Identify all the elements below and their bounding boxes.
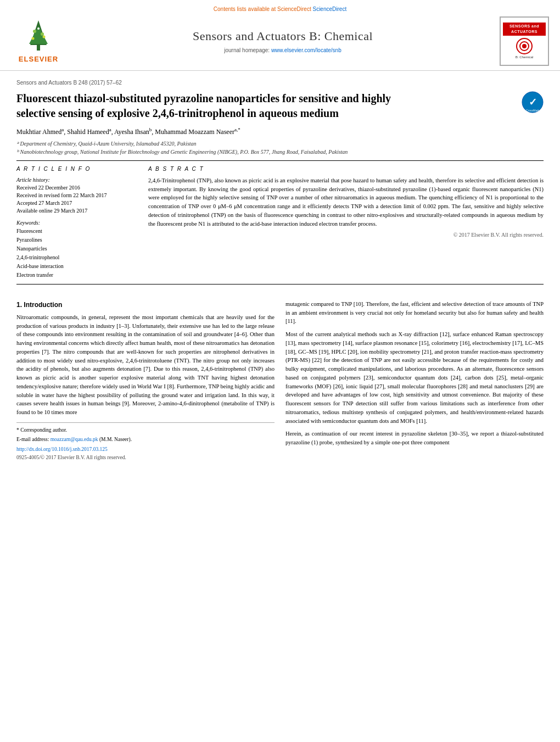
author-affiliations: ᵃ Department of Chemistry, Quaid-i-Azam … [16, 140, 544, 156]
article-info-abstract-row: A R T I C L E I N F O Article history: R… [16, 165, 544, 280]
page: Contents lists available at ScienceDirec… [0, 0, 560, 742]
sensors-logo-icon [518, 40, 531, 53]
body-col-right: mutagenic compared to TNP [10]. Therefor… [285, 300, 544, 461]
article-title-row: Fluorescent thiazol-substituted pyrazoli… [16, 91, 544, 126]
revised-date: Received in revised form 22 March 2017 [16, 192, 137, 199]
intro-para-4: Herein, as continuation of our recent in… [285, 429, 544, 447]
sensors-logo-circle [516, 38, 533, 54]
abstract-title: A B S T R A C T [148, 165, 544, 173]
abstract-copyright: © 2017 Elsevier B.V. All rights reserved… [148, 231, 544, 239]
corresponding-author-note: * Corresponding author. [16, 426, 275, 434]
svg-point-7 [37, 27, 40, 30]
keyword-3: Nanoparticles [16, 244, 137, 253]
elsevier-brand-text: ELSEVIER [19, 54, 58, 64]
elsevier-logo: ELSEVIER [11, 18, 66, 64]
journal-homepage: journal homepage: www.elsevier.com/locat… [77, 47, 489, 54]
keyword-6: Electron transfer [16, 271, 137, 280]
email-note: E-mail address: moazzam@qau.edu.pk (M.M.… [16, 436, 275, 443]
header-main: ELSEVIER Sensors and Actuators B: Chemic… [11, 16, 549, 66]
homepage-link[interactable]: www.elsevier.com/locate/snb [271, 47, 341, 53]
affiliation-b: ᵇ Nanobiotechnology group, National Inst… [16, 148, 544, 156]
keyword-2: Pyrazolines [16, 236, 137, 244]
keywords-list: Fluorescent Pyrazolines Nanoparticles 2,… [16, 227, 137, 280]
body-content: 1. Introduction Nitroaromatic compounds,… [0, 294, 560, 467]
svg-point-5 [32, 37, 35, 40]
email-person: (M.M. Naseer). [99, 437, 132, 442]
article-history-block: Article history: Received 22 December 20… [16, 176, 137, 215]
sensors-logo-subtext: B: Chemical [516, 55, 533, 60]
intro-para-2: mutagenic compared to TNP [10]. Therefor… [285, 300, 544, 326]
crossmark-icon: ✓ CrossMark [522, 91, 544, 113]
email-label: E-mail address: [16, 437, 49, 442]
divider-after-abstract [16, 284, 544, 284]
svg-point-3 [33, 30, 36, 33]
article-info-panel: A R T I C L E I N F O Article history: R… [16, 165, 137, 280]
history-label: Article history: [16, 176, 137, 184]
abstract-section: A B S T R A C T 2,4,6-Trinitrophenol (TN… [148, 165, 544, 280]
keyword-5: Acid-base interaction [16, 262, 137, 271]
journal-title: Sensors and Actuators B: Chemical [77, 28, 489, 45]
sensors-logo-title: SENSORS andACTUATORS [503, 23, 546, 36]
svg-text:CrossMark: CrossMark [526, 109, 540, 112]
keyword-4: 2,4,6-trinitrophenol [16, 253, 137, 262]
doi-line: http://dx.doi.org/10.1016/j.snb.2017.03.… [16, 445, 275, 453]
received-date: Received 22 December 2016 [16, 184, 137, 192]
journal-ref-line: Sensors and Actuators B 248 (2017) 57–62 [16, 79, 544, 87]
sciencedirect-text: Contents lists available at ScienceDirec… [214, 6, 311, 12]
email-link[interactable]: moazzam@qau.edu.pk [51, 437, 98, 442]
keywords-section: Keywords: Fluorescent Pyrazolines Nanopa… [16, 219, 137, 280]
accepted-date: Accepted 27 March 2017 [16, 199, 137, 207]
intro-para-3: Most of the current analytical methods s… [285, 330, 544, 425]
svg-point-6 [43, 36, 46, 38]
intro-section-title: 1. Introduction [16, 300, 275, 310]
intro-para-1: Nitroaromatic compounds, in general, rep… [16, 313, 275, 417]
elsevier-tree-icon [19, 18, 58, 53]
authors: Mukhtiar Ahmeda, Shahid Hameeda, Ayesha … [16, 126, 544, 137]
keywords-label: Keywords: [16, 219, 137, 227]
journal-header: Contents lists available at ScienceDirec… [0, 0, 560, 71]
divider-after-affiliations [16, 160, 544, 161]
available-date: Available online 29 March 2017 [16, 207, 137, 215]
svg-point-4 [41, 32, 44, 36]
article-section: Sensors and Actuators B 248 (2017) 57–62… [0, 71, 560, 294]
sensors-logo-box: SENSORS andACTUATORS B: Chemical [500, 16, 549, 66]
doi-link[interactable]: http://dx.doi.org/10.1016/j.snb.2017.03.… [16, 447, 108, 452]
article-title: Fluorescent thiazol-substituted pyrazoli… [16, 91, 417, 121]
issn-line: 0925-4005/© 2017 Elsevier B.V. All right… [16, 454, 275, 461]
svg-text:✓: ✓ [529, 97, 537, 108]
abstract-text: 2,4,6-Trinitrophenol (TNP), also known a… [148, 176, 544, 228]
body-two-col: 1. Introduction Nitroaromatic compounds,… [16, 300, 544, 461]
keyword-1: Fluorescent [16, 227, 137, 236]
journal-title-center: Sensors and Actuators B: Chemical journa… [66, 28, 500, 55]
header-top-bar: Contents lists available at ScienceDirec… [11, 5, 549, 13]
body-col-left: 1. Introduction Nitroaromatic compounds,… [16, 300, 275, 461]
sciencedirect-link[interactable]: ScienceDirect [312, 6, 346, 12]
svg-point-9 [522, 44, 527, 48]
footnotes: * Corresponding author. E-mail address: … [16, 422, 275, 461]
article-info-title: A R T I C L E I N F O [16, 165, 137, 173]
affiliation-a: ᵃ Department of Chemistry, Quaid-i-Azam … [16, 140, 544, 148]
